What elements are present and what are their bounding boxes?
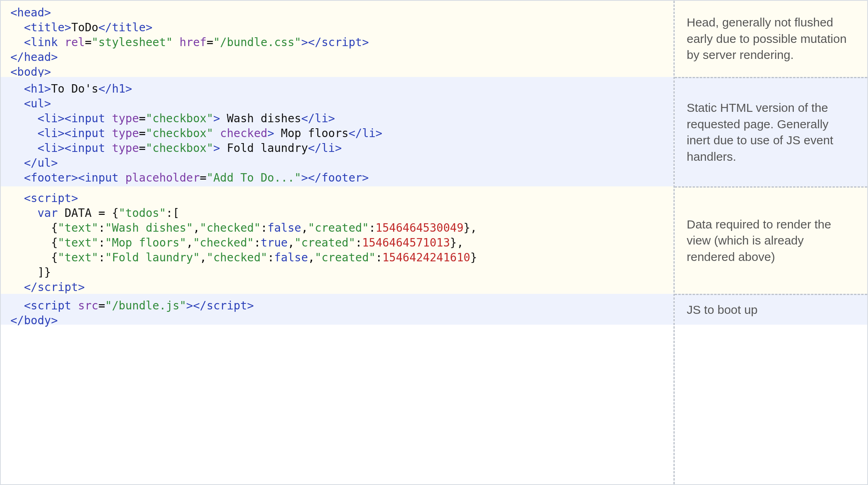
code-block-data: <script> var DATA = {"todos":[ {"text":"… [1,186,673,294]
todo3-created: 1546424241610 [382,251,470,264]
li1-type: "checkbox" [146,112,213,125]
li3-type: "checkbox" [146,141,213,155]
code-block-static-html: <h1>To Do's</h1> <ul> <li><input type="c… [1,77,673,186]
todo2-created: 1546464571013 [362,236,450,249]
todo1-created: 1546464530049 [375,221,463,234]
footer-placeholder: "Add To Do..." [207,171,301,184]
var-keyword: var [37,206,58,220]
description-boot-js: JS to boot up [675,294,867,325]
description-static-html: Static HTML version of the requested pag… [675,77,867,186]
script-src: "/bundle.js" [105,299,186,312]
description-data: Data required to render the view (which … [675,186,867,294]
code-column: <head> <title>ToDo</title> <link rel="st… [1,1,673,484]
li2-type: "checkbox" [146,127,213,140]
description-column: Head, generally not flushed early due to… [673,1,867,484]
data-var-name: DATA [65,206,91,220]
code-block-head: <head> <title>ToDo</title> <link rel="st… [1,1,673,77]
li2-text: Mop floors [274,127,348,140]
li1-text: Wash dishes [220,112,301,125]
title-text: ToDo [71,21,98,34]
li3-text: Fold laundry [220,141,308,155]
code-block-boot-js: <script src="/bundle.js"></script> </bod… [1,294,673,325]
li2-checked: checked [220,127,268,140]
h1-text: To Do's [51,82,98,95]
link-rel: "stylesheet" [91,36,172,49]
description-head: Head, generally not flushed early due to… [675,1,867,77]
link-href: "/bundle.css" [213,36,301,49]
annotated-code-diagram: <head> <title>ToDo</title> <link rel="st… [0,0,868,485]
